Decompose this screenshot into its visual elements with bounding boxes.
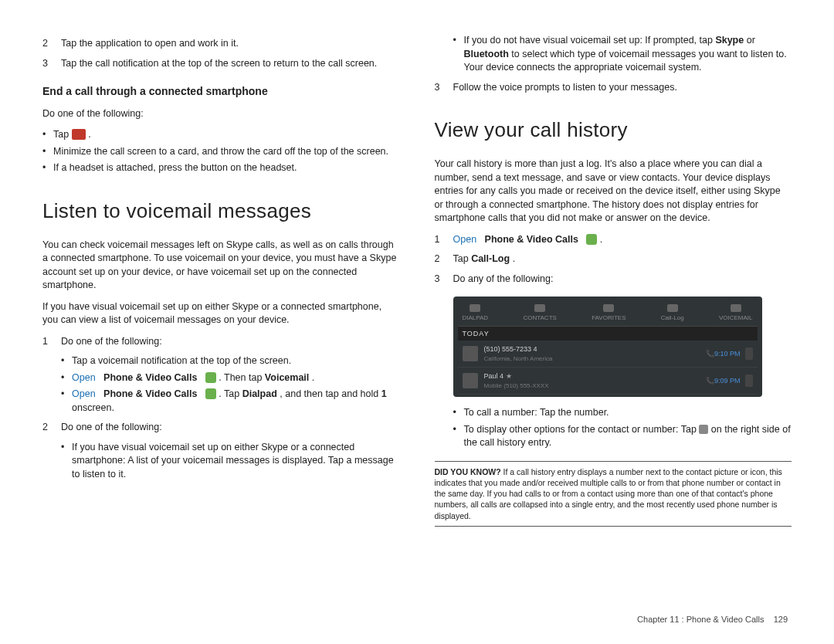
- left-column: 2 Tap the application to open and work i…: [42, 31, 400, 527]
- vm-step1-bullet-2: • Open Phone & Video Calls . Then tap Vo…: [42, 371, 400, 385]
- voicemail-p2: If you have visual voicemail set up on e…: [42, 300, 400, 327]
- tab-favorites: FAVORITES: [592, 304, 626, 322]
- hist-step-3: 3 Do any of the following:: [435, 273, 792, 286]
- did-you-know-box: DID YOU KNOW? If a call history entry di…: [435, 461, 792, 527]
- page-footer: Chapter 11 : Phone & Video Calls 129: [637, 614, 788, 625]
- end-call-bullet-2: • Minimize the call screen to a card, an…: [42, 145, 400, 159]
- entry-handle-icon: [745, 347, 753, 360]
- today-header: TODAY: [458, 327, 758, 341]
- avatar-icon: [463, 346, 478, 361]
- dyk-label: DID YOU KNOW?: [435, 467, 501, 476]
- call-log-screenshot: DIALPAD CONTACTS FAVORITES Call-Log VOIC…: [453, 297, 762, 397]
- end-call-bullet-3: • If a headset is attached, press the bu…: [42, 161, 400, 175]
- call-history-heading: View your call history: [435, 116, 792, 144]
- continuation-bullet: • If you do not have visual voicemail se…: [435, 34, 792, 75]
- call-entry-1: (510) 555-7233 4 California, North Ameri…: [458, 341, 758, 368]
- tab-dialpad: DIALPAD: [463, 304, 489, 322]
- end-call-bullet-1: • Tap .: [42, 128, 400, 142]
- vm-step-1: 1 Do one of the following:: [42, 335, 400, 349]
- vm-step1-bullet-1: • Tap a voicemail notification at the to…: [42, 354, 400, 368]
- end-call-icon: [72, 129, 86, 140]
- call-entry-2: Paul 4 ★ Mobile (510) 555-XXXX 📞 9:09 PM: [458, 368, 758, 395]
- step-3: 3 Tap the call notification at the top o…: [42, 57, 400, 71]
- tab-contacts: CONTACTS: [523, 304, 556, 322]
- end-call-heading: End a call through a connected smartphon…: [42, 84, 400, 100]
- hist-bullet-1: • To call a number: Tap the number.: [435, 406, 792, 420]
- hist-step-2: 2 Tap Call-Log .: [435, 253, 792, 266]
- tab-call-log: Call-Log: [661, 304, 684, 322]
- hist-step-1: 1 Open Phone & Video Calls .: [435, 233, 792, 247]
- screenshot-tabs: DIALPAD CONTACTS FAVORITES Call-Log VOIC…: [458, 301, 758, 326]
- do-one-of: Do one of the following:: [42, 107, 400, 121]
- voicemail-heading: Listen to voicemail messages: [42, 197, 400, 225]
- history-p1: Your call history is more than just a lo…: [435, 158, 792, 225]
- handle-icon: [699, 425, 708, 434]
- open-link[interactable]: Open: [453, 234, 477, 245]
- voicemail-p1: You can check voicemail messages left on…: [42, 239, 400, 293]
- step-3-right: 3 Follow the voice prompts to listen to …: [435, 81, 792, 95]
- phone-video-icon: [205, 388, 216, 399]
- open-link[interactable]: Open: [72, 388, 96, 399]
- step-2: 2 Tap the application to open and work i…: [42, 37, 400, 51]
- tab-voicemail: VOICEMAIL: [719, 304, 753, 322]
- vm-step-2: 2 Do one of the following:: [42, 421, 400, 435]
- vm-step2-bullet-1: • If you have visual voicemail set up on…: [42, 441, 400, 482]
- open-link[interactable]: Open: [72, 372, 96, 383]
- right-column: • If you do not have visual voicemail se…: [435, 31, 792, 527]
- avatar-icon: [463, 373, 478, 388]
- phone-video-icon: [586, 234, 597, 245]
- hist-bullet-2: • To display other options for the conta…: [435, 423, 792, 450]
- phone-video-icon: [205, 372, 216, 383]
- vm-step1-bullet-3: • Open Phone & Video Calls . Tap Dialpad…: [42, 388, 400, 415]
- entry-handle-icon: [745, 375, 753, 387]
